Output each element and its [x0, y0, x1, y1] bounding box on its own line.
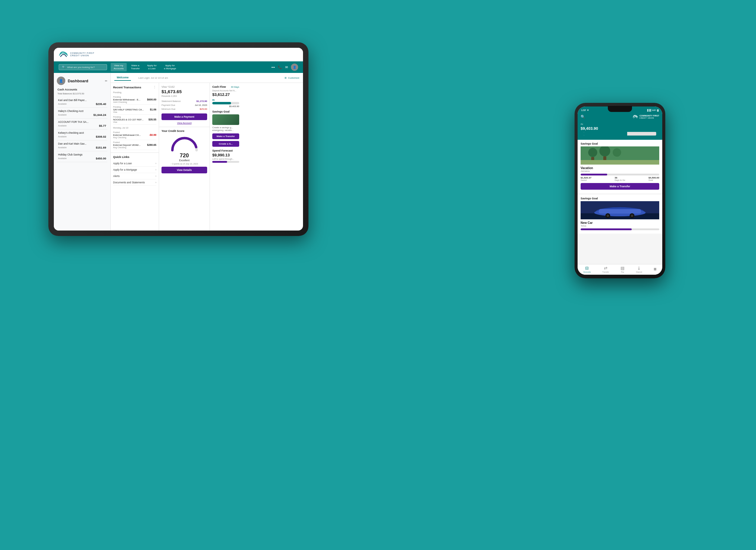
- account-name-3: ACCOUNT FOR TAX SA...: [58, 120, 106, 123]
- transactions-title: Recent Transactions: [113, 86, 141, 89]
- transactions-menu-icon[interactable]: ⋮: [153, 85, 156, 89]
- tablet-header: Community First CREDIT UNION: [54, 48, 303, 61]
- txn-item-5[interactable]: Posted External Deposit VENM... Ang Chec…: [113, 140, 156, 150]
- txn-row-2: Pending SAY-HALF GREETING CA... Visa $1.…: [113, 106, 156, 113]
- account-label-2: Available: [58, 114, 67, 116]
- logo-text-block: Community First CREDIT UNION: [70, 52, 94, 57]
- account-item-1[interactable]: Kari and Dan Bill Payer... Available $23…: [57, 97, 107, 108]
- phone-nav-accounts[interactable]: ⊟ Accounts: [583, 265, 591, 273]
- txn-item-2[interactable]: Pending SAY-HALF GREETING CA... Visa $1.…: [113, 105, 156, 115]
- phone-days-stat: 36 Days to Go: [614, 176, 625, 181]
- customize-button[interactable]: ⊞ Customize: [285, 76, 299, 79]
- phone-icon[interactable]: 📞: [278, 65, 282, 69]
- search-bar[interactable]: 🔍 What are you looking for?: [59, 64, 107, 70]
- txn-row-1: Pending External Withdrawal - E... Joint…: [113, 96, 156, 103]
- accounts-icon: ⊟: [585, 265, 589, 270]
- phone-screen: 1:57 ▼ ▐▐▐ WiFi ▓ 🔍 Communit: [578, 106, 662, 275]
- cashflow-in-label: IN: [212, 99, 239, 101]
- txn-item-3[interactable]: Pending NOODLES & CO 227 REF... Visa $35…: [113, 115, 156, 125]
- tablet-main-header: Welcome Last Login: Jul 12 10:14 am ⊞ Cu…: [111, 73, 303, 83]
- phone-make-transfer-button[interactable]: Make a Transfer: [581, 183, 659, 190]
- spend-bar-fill: [212, 161, 227, 163]
- visa-header: Visa *2162: [161, 85, 207, 88]
- visa-payment-due-row: Payment Due Jul 16, 2023: [161, 104, 207, 106]
- more-icon[interactable]: •••: [271, 65, 275, 69]
- visa-minimum-due-row: Minimum Due $29.00: [161, 108, 207, 110]
- savings-goal-panel: Savings Goal Create a savings g... emerg…: [212, 110, 239, 147]
- phone-savings-newcar: Savings Goal: [578, 194, 662, 233]
- phone-logo-icon: [632, 114, 638, 119]
- right-panel: Cash Flow 30 Days Deposit Accounts Net N…: [210, 83, 303, 230]
- credit-score-sub: ↑ 3 points as of July 10, 2023: [161, 163, 207, 165]
- nav-loan[interactable]: Apply fora Loan: [144, 63, 160, 72]
- txn-left-5: Posted External Deposit VENM... Ang Chec…: [113, 141, 141, 148]
- phone-nav-pay[interactable]: ▤ Pay: [621, 265, 624, 273]
- phone-car-progress-bg: [581, 228, 659, 230]
- phone-goal-stat: $4,500.00 Goal: [648, 176, 659, 181]
- deposit-label: Deposit: [636, 271, 642, 273]
- account-item-6[interactable]: Holiday Club Savings Available $450.00: [57, 151, 107, 162]
- chevron-right-icon-3: ›: [155, 174, 156, 177]
- mail-icon[interactable]: ✉: [285, 65, 288, 69]
- transfer-label: Transfer: [602, 271, 609, 273]
- txn-date-pending: Pending: [113, 91, 156, 94]
- account-row-3: Available $5.77: [58, 124, 106, 127]
- phone-content: IN $9,403.90 Savings Goal: [578, 121, 662, 264]
- account-item-5[interactable]: Dan and Kari Main Sav... Available $151.…: [57, 140, 107, 151]
- account-item-2[interactable]: Haley's Checking Acct Available $1,644.2…: [57, 108, 107, 119]
- cashflow-period: 30 Days: [231, 86, 239, 88]
- phone-newcar-title: Savings Goal: [581, 197, 659, 200]
- left-panel: Recent Transactions ⋮ Pending Pending Ex…: [111, 83, 159, 230]
- svg-point-1: [588, 148, 597, 157]
- phone-nav-menu[interactable]: ≡: [654, 266, 657, 272]
- phone-brand-name: Community First CREDIT UNION: [640, 115, 659, 119]
- txn-item-1[interactable]: Pending External Withdrawal - E... Joint…: [113, 95, 156, 105]
- credit-score-panel: Your Credit Score 720 Excellent ↑ 3 po: [159, 127, 210, 176]
- nav-view-accounts[interactable]: View myAccounts: [111, 63, 127, 72]
- user-avatar[interactable]: 👤: [291, 63, 298, 71]
- search-icon: 🔍: [62, 66, 65, 69]
- search-placeholder: What are you looking for?: [67, 66, 95, 69]
- phone-notch: [608, 106, 632, 112]
- phone-savings-card-title: Savings Goal: [581, 142, 659, 145]
- view-account-link[interactable]: View Account: [161, 122, 207, 124]
- make-payment-button[interactable]: Make a Payment: [161, 113, 207, 120]
- cashflow-in-value: $9,403.90: [212, 105, 239, 108]
- car-scene: [581, 201, 659, 219]
- tablet-content: 👤 Dashboard ✏ Cash Accounts Total Balanc…: [54, 73, 303, 230]
- view-credit-details-button[interactable]: View Details: [161, 167, 207, 173]
- make-transfer-button[interactable]: Make a Transfer: [212, 133, 239, 139]
- phone-cashflow-amount: $9,403.90: [581, 126, 659, 131]
- savings-goal-title: Savings Goal: [212, 110, 239, 113]
- tablet-screen: Community First CREDIT UNION 🔍 What are …: [54, 48, 303, 230]
- account-item-4[interactable]: Kelsey's checking acct Available $308.02: [57, 129, 107, 140]
- account-item-3[interactable]: ACCOUNT FOR TAX SA... Available $5.77: [57, 119, 107, 129]
- account-name-4: Kelsey's checking acct: [58, 131, 106, 134]
- cashflow-sub: Deposit Accounts Net N...: [212, 89, 239, 92]
- nav-mortgage[interactable]: Apply fora Mortgage: [161, 63, 179, 72]
- account-amount-3: $5.77: [99, 124, 106, 127]
- tab-welcome[interactable]: Welcome: [114, 75, 131, 81]
- account-amount-6: $450.00: [96, 157, 106, 160]
- create-savings-button[interactable]: Create a S...: [212, 141, 239, 147]
- quick-link-mortgage[interactable]: Apply for a Mortgage ›: [113, 167, 156, 173]
- txn-item-4[interactable]: Posted External Withdrawal CH... Ang Che…: [113, 130, 156, 140]
- cashflow-in-bar-bg: [212, 102, 239, 104]
- phone-nav-transfer[interactable]: ⇄ Transfer: [602, 265, 609, 273]
- quick-link-loan[interactable]: Apply for a Loan ›: [113, 160, 156, 167]
- phone-nav-deposit[interactable]: ⤓ Deposit: [636, 265, 642, 273]
- phone-saved-stat: $1,520.37 Saved: [581, 176, 591, 181]
- txn-date-monday: Monday, Jul 10: [113, 126, 156, 129]
- svg-rect-6: [581, 160, 659, 164]
- account-name-1: Kari and Dan Bill Payer...: [58, 99, 106, 102]
- quick-link-documents[interactable]: Documents and Statements ›: [113, 179, 156, 186]
- account-label-5: Available: [58, 146, 67, 148]
- phone-search-icon[interactable]: 🔍: [581, 115, 585, 119]
- phone-cashflow-fill: [584, 132, 627, 135]
- phone-car-progress-fill: [581, 228, 632, 230]
- sidebar-edit-button[interactable]: ✏: [105, 79, 107, 83]
- txn-left-2: Pending SAY-HALF GREETING CA... Visa: [113, 106, 144, 113]
- nav-transfer[interactable]: Make aTransfer: [128, 63, 143, 72]
- vacation-scene: [581, 146, 659, 164]
- quick-link-alerts[interactable]: Alerts ›: [113, 173, 156, 179]
